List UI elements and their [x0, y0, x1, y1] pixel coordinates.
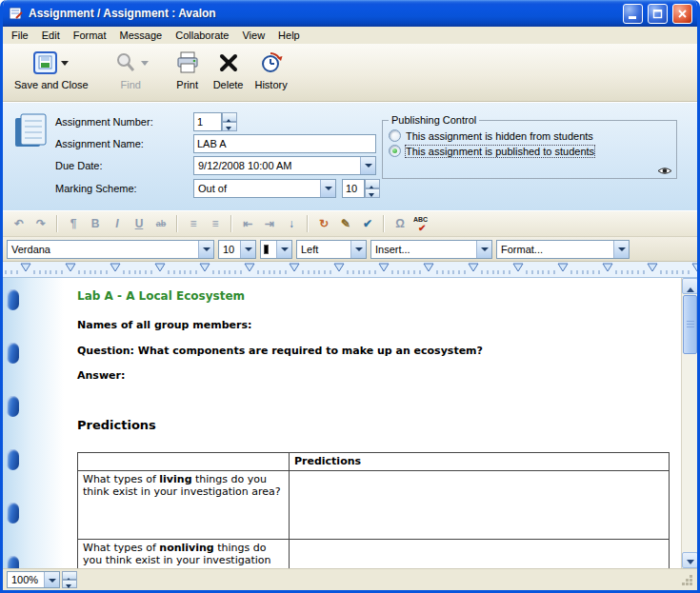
- table-cell-living-question[interactable]: What types of living things do you think…: [78, 471, 290, 540]
- assignment-icon: [12, 110, 50, 150]
- close-button[interactable]: [672, 4, 692, 24]
- predictions-heading: Predictions: [77, 418, 672, 432]
- assignment-number-spinner[interactable]: [222, 112, 237, 131]
- menu-collaborate[interactable]: Collaborate: [169, 28, 235, 43]
- spin-down-icon[interactable]: [222, 122, 237, 131]
- menu-file[interactable]: File: [5, 28, 35, 43]
- formatting-toolbar: ↶ ↷ ¶ B I U ab ≡ ≡ ⇤ ⇥ ↓ ↻ ✎ ✔ Ω ABC ✔: [3, 210, 697, 237]
- toolbar-separator: [56, 215, 58, 232]
- marking-points-input[interactable]: [342, 179, 365, 198]
- menu-help[interactable]: Help: [271, 28, 307, 43]
- titlebar[interactable]: Assignment / Assignment : Avalon: [3, 0, 697, 27]
- accept-button[interactable]: ✔: [357, 214, 378, 233]
- history-button[interactable]: History: [254, 49, 287, 90]
- find-menu-arrow-icon: [141, 61, 149, 69]
- undo-button[interactable]: ↶: [9, 214, 30, 233]
- spin-up-icon[interactable]: [365, 179, 380, 188]
- font-family-dropdown-icon[interactable]: [198, 241, 213, 258]
- assignment-number-input[interactable]: [193, 112, 222, 131]
- font-color-dropdown-icon[interactable]: [276, 241, 291, 258]
- toolbar-separator: [307, 215, 309, 232]
- italic-button[interactable]: I: [107, 214, 128, 233]
- radio-unselected-icon[interactable]: [389, 129, 401, 142]
- table-header-empty[interactable]: [78, 453, 290, 471]
- alignment-value: Left: [297, 244, 350, 255]
- spin-down-icon[interactable]: [365, 188, 380, 198]
- zoom-spinner[interactable]: [62, 571, 77, 588]
- marking-scheme-combobox[interactable]: Out of: [193, 179, 336, 198]
- save-and-close-icon: [33, 50, 58, 75]
- align-left-button[interactable]: ≡: [183, 214, 204, 233]
- increase-indent-button[interactable]: ⇥: [259, 214, 280, 233]
- vertical-scrollbar[interactable]: [681, 278, 697, 568]
- menu-format[interactable]: Format: [67, 28, 113, 43]
- spin-up-icon[interactable]: [222, 112, 237, 122]
- strikethrough-button[interactable]: ab: [150, 214, 171, 233]
- maximize-button[interactable]: [648, 4, 668, 24]
- font-color-combobox[interactable]: [260, 240, 292, 259]
- menu-view[interactable]: View: [235, 28, 271, 43]
- bold-button[interactable]: B: [85, 214, 106, 233]
- minimize-icon: [626, 7, 640, 21]
- table-cell-living-answer[interactable]: [290, 471, 670, 540]
- special-character-button[interactable]: Ω: [390, 214, 410, 233]
- delete-icon: [217, 51, 240, 74]
- alignment-dropdown-icon[interactable]: [350, 241, 366, 258]
- scrollbar-thumb[interactable]: [683, 295, 697, 354]
- alignment-combobox[interactable]: Left: [296, 240, 367, 259]
- spellcheck-button[interactable]: ABC ✔: [411, 214, 432, 233]
- zoom-combobox[interactable]: 100%: [7, 571, 60, 588]
- assignment-number-label: Assignment Number:: [55, 112, 153, 131]
- publishing-published-option[interactable]: This assignment is published to students: [389, 145, 670, 157]
- font-size-dropdown-icon[interactable]: [240, 241, 255, 258]
- members-label: Names of all group members:: [77, 319, 672, 331]
- redo-button[interactable]: ↷: [30, 214, 51, 233]
- font-family-combobox[interactable]: Verdana: [7, 240, 214, 259]
- spin-up-icon[interactable]: [62, 571, 77, 580]
- due-date-dropdown-icon[interactable]: [360, 157, 375, 174]
- eye-icon[interactable]: [657, 166, 672, 176]
- document-content[interactable]: Lab A - A Local Ecosystem Names of all g…: [77, 278, 672, 568]
- omega-icon: Ω: [395, 218, 405, 229]
- align-center-icon: ≡: [211, 218, 218, 229]
- scroll-down-button[interactable]: [682, 552, 697, 568]
- insert-dropdown-icon[interactable]: [476, 241, 491, 258]
- find-icon: [113, 50, 138, 75]
- print-button[interactable]: Print: [175, 49, 200, 90]
- table-cell-nonliving-answer[interactable]: [290, 540, 670, 569]
- delete-button[interactable]: Delete: [213, 49, 244, 90]
- table-cell-nonliving-question[interactable]: What types of nonliving things do you th…: [78, 540, 290, 569]
- decrease-indent-button[interactable]: ⇤: [237, 214, 258, 233]
- assignment-name-input[interactable]: [193, 134, 376, 153]
- revert-formatting-button[interactable]: ↻: [313, 214, 334, 233]
- save-and-close-button[interactable]: Save and Close: [14, 49, 89, 90]
- publishing-hidden-option[interactable]: This assignment is hidden from students: [389, 129, 670, 142]
- spin-down-icon[interactable]: [62, 580, 77, 588]
- redo-icon: ↷: [36, 218, 46, 229]
- menu-edit[interactable]: Edit: [35, 28, 67, 43]
- resize-grip[interactable]: [681, 574, 693, 586]
- minimize-button[interactable]: [623, 4, 643, 24]
- table-header-predictions[interactable]: Predictions: [290, 453, 670, 471]
- close-icon: [675, 7, 690, 21]
- edit-button[interactable]: ✎: [335, 214, 356, 233]
- format-combobox[interactable]: Format...: [496, 240, 630, 259]
- marking-points-spinner[interactable]: [365, 179, 380, 198]
- move-down-button[interactable]: ↓: [281, 214, 302, 233]
- ruler[interactable]: [3, 262, 697, 278]
- menu-message[interactable]: Message: [113, 28, 170, 43]
- underline-button[interactable]: U: [129, 214, 150, 233]
- due-date-combobox[interactable]: 9/12/2008 10:00 AM: [193, 156, 376, 175]
- show-formatting-button[interactable]: ¶: [63, 214, 84, 233]
- document-editor[interactable]: Lab A - A Local Ecosystem Names of all g…: [3, 278, 697, 568]
- zoom-dropdown-icon[interactable]: [44, 572, 59, 587]
- scroll-up-button[interactable]: [682, 278, 697, 294]
- format-dropdown-icon[interactable]: [613, 241, 629, 258]
- font-size-combobox[interactable]: 10: [218, 240, 256, 259]
- radio-selected-icon[interactable]: [389, 145, 401, 157]
- toolbar-separator: [176, 215, 178, 232]
- insert-combobox[interactable]: Insert...: [370, 240, 492, 259]
- marking-scheme-dropdown-icon[interactable]: [320, 180, 335, 197]
- align-center-button[interactable]: ≡: [205, 214, 226, 233]
- save-menu-arrow-icon[interactable]: [61, 61, 69, 69]
